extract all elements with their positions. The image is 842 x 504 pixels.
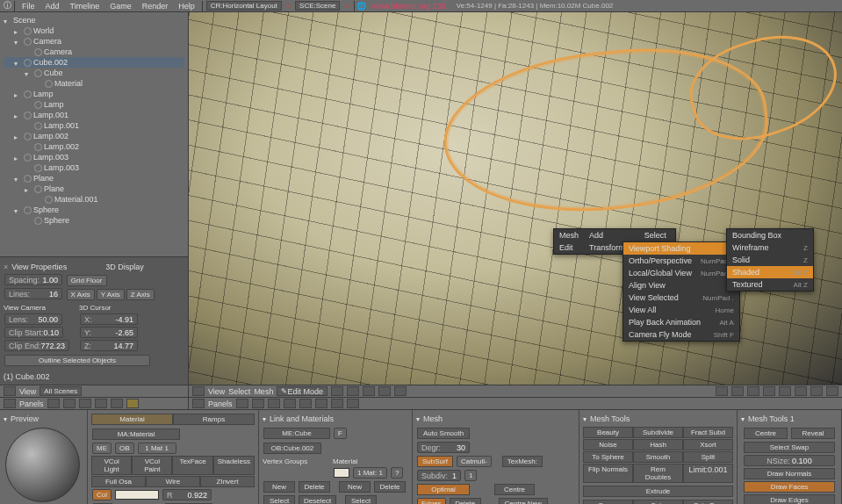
outliner-tree[interactable]: SceneWorldCameraCameraCube.002CubeMateri…	[0, 12, 188, 256]
to-sphere-button[interactable]: To Sphere	[583, 451, 633, 463]
panels-menu[interactable]: Panels	[19, 400, 44, 408]
select-swap-button[interactable]: Select Swap	[744, 442, 835, 453]
outliner-item[interactable]: Lamp.003	[44, 163, 79, 172]
vis-icon[interactable]	[24, 38, 32, 46]
panel-btn[interactable]	[95, 399, 107, 408]
editor-type-icon[interactable]	[4, 386, 16, 396]
panel-btn[interactable]	[299, 399, 312, 408]
centre-new-button[interactable]: Centre New	[499, 498, 548, 504]
panel-btn[interactable]	[79, 399, 91, 408]
shading-context-icon[interactable]	[126, 399, 139, 408]
object-name-field[interactable]: OB:Cube.002	[263, 443, 321, 454]
edges-delete[interactable]: Delete	[450, 498, 481, 504]
outliner-item[interactable]: Lamp.002	[44, 142, 79, 151]
view-menu[interactable]: View	[19, 387, 36, 396]
mat-swatch[interactable]	[334, 468, 349, 478]
draw-normals-toggle[interactable]: Draw Normals	[744, 468, 835, 479]
vis-icon[interactable]	[34, 217, 42, 225]
menu-add[interactable]: Add	[40, 2, 65, 11]
panel-title[interactable]: Mesh Tools	[583, 413, 733, 426]
catmull-dropdown[interactable]: Catmull-	[457, 456, 492, 467]
view-submenu[interactable]: Viewport ShadingOrtho/PerspectiveNumPad …	[623, 241, 740, 342]
menu-item[interactable]: View AllHome	[623, 304, 739, 316]
noise-button[interactable]: Noise	[583, 439, 633, 450]
draw-faces-toggle[interactable]: Draw Faces	[744, 481, 835, 493]
menu-file[interactable]: File	[17, 2, 40, 11]
cursor-y-field[interactable]: Y:-2.65	[80, 327, 138, 338]
viewport-btn[interactable]	[763, 386, 775, 396]
vg-delete-button[interactable]: Delete	[299, 481, 330, 493]
texmesh-field[interactable]: TexMesh:	[502, 456, 543, 467]
expand-icon[interactable]	[25, 69, 32, 77]
z-axis-toggle[interactable]: Z Axis	[126, 289, 155, 300]
vis-icon[interactable]	[24, 154, 32, 162]
viewport-btn[interactable]	[826, 386, 838, 396]
mat-query[interactable]: ?	[391, 467, 403, 479]
mat-select-button[interactable]: Select	[345, 495, 377, 504]
globe-icon[interactable]: 🌐	[356, 2, 367, 11]
screw-button[interactable]: Screw	[583, 500, 633, 504]
menu-item[interactable]: Play Back AnimationAlt A	[623, 316, 739, 328]
editor-type-icon[interactable]	[192, 399, 205, 408]
menu-item[interactable]: Add	[584, 229, 639, 241]
menu-item[interactable]: Select	[639, 229, 675, 241]
outliner-item[interactable]: Sphere	[44, 216, 69, 225]
url-link[interactable]: www.blender.org 235	[367, 2, 451, 11]
outliner-item[interactable]: Lamp	[44, 100, 64, 109]
outliner-item[interactable]: Material.001	[54, 195, 98, 204]
viewport-btn[interactable]	[363, 386, 375, 396]
spin-dup-button[interactable]: Spin Dup	[683, 500, 733, 504]
menu-render[interactable]: Render	[137, 2, 174, 11]
centre-button[interactable]: Centre	[744, 428, 788, 439]
expand-icon[interactable]	[14, 154, 22, 162]
menu-item[interactable]: Ortho/PerspectiveNumPad 5	[623, 255, 739, 267]
vis-icon[interactable]	[24, 59, 32, 67]
vis-icon[interactable]	[34, 69, 42, 77]
lens-field[interactable]: Lens:50.00	[4, 313, 62, 325]
menu-game[interactable]: Game	[104, 2, 137, 11]
mat-delete-button[interactable]: Delete	[374, 481, 406, 493]
screen-layout-dropdown[interactable]: CR:Horizontal Layout	[206, 1, 282, 11]
hash-button[interactable]: Hash	[633, 439, 683, 450]
panel-btn[interactable]	[347, 399, 359, 408]
beauty-button[interactable]: Beauty	[583, 427, 633, 438]
cursor-z-field[interactable]: Z:14.77	[80, 340, 138, 351]
col-button[interactable]: Col	[92, 489, 112, 500]
material-name-field[interactable]: MA:Material	[92, 428, 180, 440]
scene-dropdown[interactable]: SCE:Scene	[295, 1, 340, 11]
viewport-btn[interactable]	[747, 386, 759, 396]
subdivide-button[interactable]: Subdivide	[633, 427, 683, 438]
expand-icon[interactable]	[14, 59, 22, 67]
expand-icon[interactable]	[25, 185, 32, 193]
grid-floor-toggle[interactable]: Grid Floor	[67, 275, 107, 286]
draw-edges-toggle[interactable]: Draw Edges	[744, 494, 835, 504]
panels-menu[interactable]: Panels	[208, 400, 233, 408]
menu-item[interactable]: TexturedAlt Z	[727, 278, 813, 291]
mesh-menu[interactable]: Mesh	[254, 387, 273, 396]
x-axis-toggle[interactable]: X Axis	[67, 289, 95, 300]
vis-icon[interactable]	[45, 80, 53, 88]
ob-link[interactable]: OB	[115, 443, 134, 454]
viewport-btn[interactable]	[810, 386, 823, 396]
outliner-item[interactable]: Lamp.002	[33, 132, 68, 140]
smooth-button[interactable]: Smooth	[633, 451, 683, 463]
clip-end-field[interactable]: Clip End:772.23	[4, 340, 69, 351]
viewport-btn[interactable]	[795, 386, 807, 396]
outline-selected-button[interactable]: Outline Selected Objects	[4, 355, 150, 366]
degr-field[interactable]: Degr:30	[417, 442, 470, 453]
full-osa-toggle[interactable]: Full Osa	[91, 476, 146, 487]
panel-btn[interactable]	[331, 399, 343, 408]
outliner-item[interactable]: Material	[54, 79, 83, 88]
rem-doubles-button[interactable]: Rem Doubles	[633, 464, 683, 483]
editor-type-icon[interactable]	[4, 399, 16, 408]
vis-icon[interactable]	[24, 175, 32, 183]
lines-field[interactable]: Lines:16	[4, 288, 62, 299]
vis-icon[interactable]	[24, 27, 32, 35]
extrude-button[interactable]: Extrude	[583, 486, 733, 497]
menu-item[interactable]: Local/Global ViewNumPad 7	[623, 267, 739, 279]
viewport-shading-submenu[interactable]: Bounding BoxWireframeZSolidZShadedCtrl Z…	[726, 228, 814, 292]
subdiv-field[interactable]: Subdiv:1	[417, 470, 461, 481]
mat-new-button[interactable]: New	[339, 481, 371, 493]
menu-item[interactable]: Viewport Shading	[623, 242, 739, 255]
close-layout-icon[interactable]: ×	[284, 2, 293, 11]
